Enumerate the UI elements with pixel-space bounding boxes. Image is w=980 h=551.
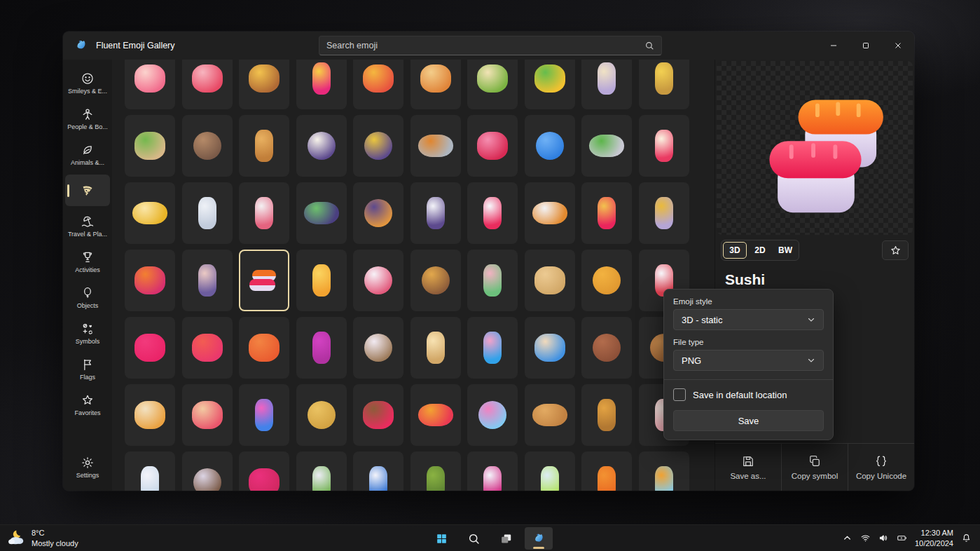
sidebar-item-animals[interactable]: Animals &... xyxy=(65,137,110,172)
emoji-cell-shallow-pan-of-food[interactable] xyxy=(353,115,403,177)
emoji-cell-honey-pot[interactable] xyxy=(581,384,632,446)
emoji-cell-bento-box[interactable] xyxy=(296,182,347,244)
emoji-cell-hamburger[interactable] xyxy=(239,60,289,109)
emoji-cell-falafel[interactable] xyxy=(182,115,233,177)
emoji-cell-dumpling[interactable] xyxy=(525,250,575,311)
emoji-cell-bowl-with-spoon[interactable] xyxy=(525,115,575,177)
emoji-cell-shortcake[interactable] xyxy=(182,384,233,446)
emoji-cell-moon-cake[interactable] xyxy=(410,250,461,311)
battery-charging-icon[interactable] xyxy=(897,533,907,543)
emoji-cell-stuffed-flatbread[interactable] xyxy=(125,115,175,177)
emoji-cell-green-salad[interactable] xyxy=(581,115,632,177)
emoji-cell-tropical-drink[interactable] xyxy=(581,451,632,491)
style-toggle-2d[interactable]: 2D xyxy=(748,242,772,259)
notification-bell-icon[interactable] xyxy=(961,533,972,543)
emoji-cell-egg[interactable] xyxy=(239,115,289,177)
emoji-cell-hot-dog[interactable] xyxy=(410,60,461,109)
file-type-dropdown[interactable]: PNG xyxy=(673,350,824,371)
emoji-cell-candy[interactable] xyxy=(410,384,461,446)
emoji-cell-beer-mug[interactable] xyxy=(639,451,689,491)
emoji-cell-doughnut[interactable] xyxy=(581,317,632,379)
favorite-button[interactable] xyxy=(882,240,909,260)
close-button[interactable] xyxy=(882,32,914,60)
emoji-cell-glass-of-milk[interactable] xyxy=(125,451,175,491)
emoji-cell-taco[interactable] xyxy=(525,60,575,109)
fluent-emoji-app-button[interactable] xyxy=(525,527,553,550)
emoji-cell-popcorn[interactable] xyxy=(639,115,689,177)
emoji-cell-ice-cream[interactable] xyxy=(525,317,575,379)
task-view-button[interactable] xyxy=(492,527,520,550)
emoji-cell-canned-food[interactable] xyxy=(239,182,289,244)
weather-widget[interactable]: 8°C Mostly cloudy xyxy=(7,528,78,548)
emoji-cell-teacup-without-handle[interactable] xyxy=(296,451,347,491)
emoji-cell-birthday-cake[interactable] xyxy=(125,384,175,446)
emoji-cell-teapot[interactable] xyxy=(239,451,289,491)
default-location-checkbox[interactable] xyxy=(673,388,686,401)
emoji-cell-sandwich[interactable] xyxy=(467,60,518,109)
search-box[interactable] xyxy=(319,36,662,55)
emoji-cell-cocktail-glass[interactable] xyxy=(525,451,575,491)
taskbar-search-button[interactable] xyxy=(460,527,488,550)
copy-unicode-button[interactable]: Copy Unicode xyxy=(848,444,914,491)
emoji-cell-rice-cracker[interactable] xyxy=(353,182,403,244)
emoji-cell-lollipop[interactable] xyxy=(467,384,518,446)
emoji-cell-spaghetti[interactable] xyxy=(639,182,689,244)
emoji-cell-sake[interactable] xyxy=(353,451,403,491)
sidebar-item-settings[interactable]: Settings xyxy=(65,449,110,485)
emoji-cell-hot-beverage[interactable] xyxy=(182,451,233,491)
emoji-cell-steaming-bowl[interactable] xyxy=(581,182,632,244)
emoji-cell-dango[interactable] xyxy=(467,250,518,311)
emoji-cell-butter[interactable] xyxy=(125,182,175,244)
emoji-cell-wine-glass[interactable] xyxy=(467,451,518,491)
sidebar-item-people[interactable]: People & Bo... xyxy=(65,101,110,137)
emoji-cell-oden[interactable] xyxy=(182,250,233,311)
emoji-cell-cooked-rice[interactable] xyxy=(467,182,518,244)
start-button[interactable] xyxy=(428,527,456,550)
sidebar-item-travel[interactable]: Travel & Pla... xyxy=(65,208,110,244)
emoji-cell-cooking[interactable] xyxy=(296,115,347,177)
emoji-cell-fortune-cookie[interactable] xyxy=(581,250,632,311)
emoji-cell-pot-of-food[interactable] xyxy=(410,115,461,177)
emoji-cell-sushi[interactable] xyxy=(239,250,289,311)
emoji-cell-crab[interactable] xyxy=(125,317,175,379)
clock[interactable]: 12:30 AM 10/20/2024 xyxy=(915,528,953,549)
style-toggle-bw[interactable]: BW xyxy=(773,242,797,259)
sidebar-item-flags[interactable]: Flags xyxy=(65,351,110,387)
emoji-cell-fish-cake-with-swirl[interactable] xyxy=(353,250,403,311)
minimize-button[interactable] xyxy=(817,32,850,60)
emoji-cell-cupcake[interactable] xyxy=(239,384,289,446)
sidebar-item-objects[interactable]: Objects xyxy=(65,280,110,315)
emoji-cell-pizza[interactable] xyxy=(353,60,403,109)
emoji-cell-rice-ball[interactable] xyxy=(410,182,461,244)
sidebar-item-favorites[interactable]: Favorites xyxy=(65,387,110,423)
emoji-cell-french-fries[interactable] xyxy=(296,60,347,109)
save-as-button[interactable]: Save as... xyxy=(715,444,781,491)
maximize-button[interactable] xyxy=(850,32,882,60)
sidebar-item-smileys[interactable]: Smileys & E... xyxy=(65,65,110,101)
emoji-cell-oyster[interactable] xyxy=(353,317,403,379)
emoji-cell-chocolate-bar[interactable] xyxy=(353,384,403,446)
sidebar-item-activities[interactable]: Activities xyxy=(65,244,110,280)
emoji-cell-bacon[interactable] xyxy=(182,60,233,109)
search-input[interactable] xyxy=(326,41,644,50)
emoji-cell-soft-ice-cream[interactable] xyxy=(410,317,461,379)
emoji-cell-lobster[interactable] xyxy=(182,317,233,379)
emoji-cell-shaved-ice[interactable] xyxy=(467,317,518,379)
emoji-cell-cut-of-meat[interactable] xyxy=(125,60,175,109)
style-toggle-3d[interactable]: 3D xyxy=(723,242,747,259)
emoji-cell-bottle-with-popping-cork[interactable] xyxy=(410,451,461,491)
emoji-cell-custard[interactable] xyxy=(525,384,575,446)
emoji-cell-shrimp[interactable] xyxy=(239,317,289,379)
emoji-cell-squid[interactable] xyxy=(296,317,347,379)
emoji-style-dropdown[interactable]: 3D - static xyxy=(673,309,824,330)
sidebar-item-food[interactable] xyxy=(65,175,110,206)
emoji-cell-tamale[interactable] xyxy=(639,60,689,109)
copy-symbol-button[interactable]: Copy symbol xyxy=(781,444,848,491)
emoji-cell-fried-shrimp[interactable] xyxy=(296,250,347,311)
emoji-cell-burrito[interactable] xyxy=(581,60,632,109)
emoji-cell-roasted-sweet-potato[interactable] xyxy=(125,250,175,311)
sidebar-item-symbols[interactable]: Symbols xyxy=(65,315,110,351)
wifi-icon[interactable] xyxy=(860,533,871,543)
emoji-cell-pie[interactable] xyxy=(296,384,347,446)
emoji-cell-fondue[interactable] xyxy=(467,115,518,177)
